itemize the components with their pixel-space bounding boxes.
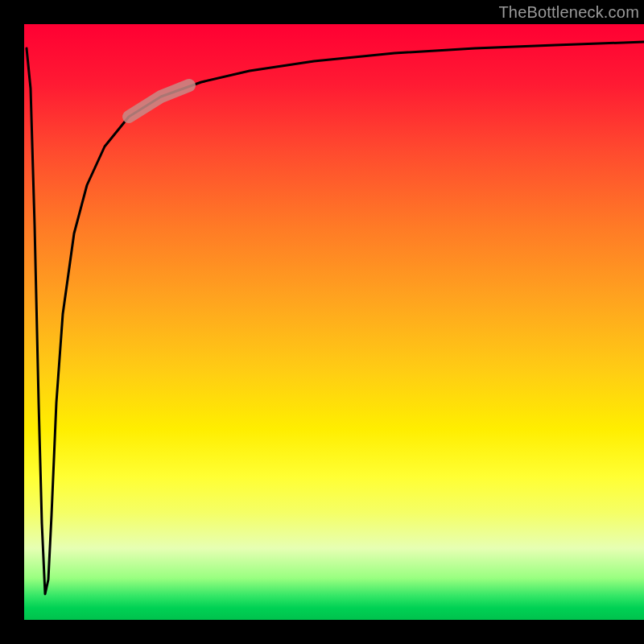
bottleneck-curve: [27, 42, 644, 594]
chart-frame: TheBottleneck.com: [0, 0, 644, 644]
curve-layer: [24, 24, 644, 620]
attribution-watermark: TheBottleneck.com: [498, 3, 639, 22]
curve-highlight-segment: [129, 85, 189, 117]
